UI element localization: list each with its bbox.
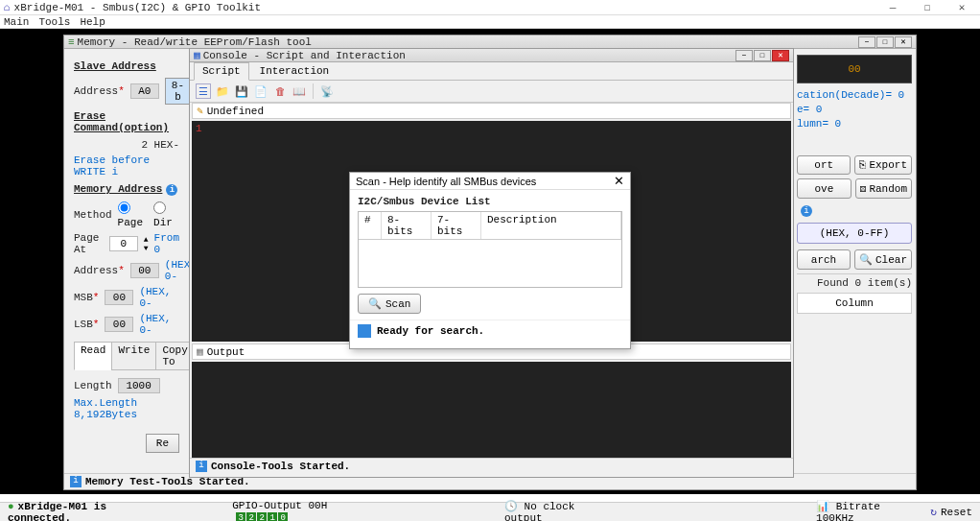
hex2-label: 2 HEX- (141, 139, 179, 151)
re-button[interactable]: Re (146, 434, 179, 453)
tool-save-icon[interactable]: 💾 (234, 83, 249, 99)
app-icon: ⌂ (4, 2, 11, 13)
app-title: xBridge-M01 - Smbus(I2C) & GPIO Toolkit (14, 2, 878, 13)
scan-subtitle: I2C/Smbus Device List (358, 196, 622, 207)
col-7bits[interactable]: 7-bits (432, 212, 481, 239)
lsb-label: LSB* (74, 319, 99, 330)
edit-icon: ✎ (197, 105, 203, 117)
tab-script[interactable]: Script (194, 62, 249, 81)
info-icon: i (196, 461, 207, 472)
gpio-bits[interactable]: 3 2 2 1 0 (236, 512, 288, 521)
length-input[interactable] (118, 378, 160, 393)
menu-help[interactable]: Help (80, 16, 105, 28)
reset-button[interactable]: ↻Reset (930, 506, 972, 518)
tool-cast-icon[interactable]: 📡 (319, 83, 335, 99)
clear-icon: 🔍 (859, 253, 873, 266)
col-num[interactable]: # (359, 212, 382, 239)
lumn-link[interactable]: lumn= 0 (797, 118, 912, 130)
menu-main[interactable]: Main (4, 16, 29, 28)
slave-address-header: Slave Address (74, 60, 179, 72)
menu-tools[interactable]: Tools (38, 16, 70, 28)
cation-link[interactable]: cation(Decade)= 0 (797, 89, 912, 101)
method-label: Method (74, 209, 112, 221)
clock-icon: 🕓 (504, 501, 518, 512)
scan-device-table: # 8-bits 7-bits Description (358, 211, 622, 288)
msb-label: MSB* (74, 292, 99, 303)
random-icon: ⚄ (860, 182, 867, 195)
msb-hex-hint: (HEX, 0- (139, 286, 179, 309)
scan-status-icon (358, 324, 371, 338)
export-button[interactable]: ⎘Export (854, 155, 912, 175)
con-maximize-button[interactable]: ☐ (754, 50, 771, 61)
info-icon: i (70, 476, 82, 487)
console-window-title: Console - Script and Interaction (203, 50, 735, 61)
erase-before-write-link[interactable]: Erase before WRITE i (74, 154, 179, 178)
addr2-input[interactable] (130, 263, 159, 278)
ort-button[interactable]: ort (797, 155, 851, 175)
erase-command-header: Erase Command(option) (74, 110, 179, 133)
export-icon: ⎘ (859, 159, 866, 171)
arch-button[interactable]: arch (797, 249, 851, 270)
col-8bits[interactable]: 8-bits (382, 212, 432, 239)
bitrate-icon: 📊 (816, 501, 829, 512)
maximize-button[interactable]: ☐ (913, 2, 942, 13)
random-button[interactable]: ⚄Random (855, 178, 912, 199)
hex-range-display: (HEX, 0-FF) (797, 223, 912, 244)
slave-address-input[interactable] (130, 83, 159, 99)
addr-mode-button[interactable]: 8-b (165, 78, 191, 105)
address-label: Address* (74, 85, 125, 97)
memory-address-header: Memory Addressi (74, 183, 179, 196)
console-icon: ▦ (194, 49, 200, 61)
scan-close-button[interactable]: ✕ (614, 174, 624, 188)
mem-maximize-button[interactable]: ☐ (876, 36, 894, 48)
minimize-button[interactable]: — (878, 2, 907, 13)
scan-dialog: Scan - Help identify all SMBus devices ✕… (349, 172, 631, 349)
method-dir-radio[interactable]: Dir (153, 201, 179, 228)
tool-copy-icon[interactable]: 📄 (253, 83, 268, 99)
length-label: Length (74, 380, 112, 391)
ove-button[interactable]: ove (797, 178, 852, 199)
console-status-text: Console-Tools Started. (211, 461, 350, 472)
addr2-label: Address* (74, 265, 125, 276)
tool-list-icon[interactable]: ☰ (196, 83, 211, 99)
info-icon[interactable]: i (166, 184, 177, 196)
col-description[interactable]: Description (481, 212, 621, 239)
tab-write[interactable]: Write (111, 342, 156, 370)
output-pane (192, 362, 791, 458)
scan-button[interactable]: 🔍 Scan (358, 294, 421, 314)
hex-display: 00 (797, 55, 912, 83)
column-header[interactable]: Column (797, 293, 912, 314)
gpio-label: GPIO-Output 00H (232, 500, 327, 511)
app-statusbar: ●xBridge-M01 is connected. GPIO-Output 0… (0, 502, 980, 521)
max-length-hint: Max.Length 8,192Bytes (74, 397, 179, 420)
clear-button[interactable]: 🔍Clear (854, 249, 912, 270)
e0-link[interactable]: e= 0 (797, 104, 912, 115)
menubar: Main Tools Help (0, 15, 980, 29)
tool-delete-icon[interactable]: 🗑 (272, 83, 288, 99)
page-at-input[interactable] (109, 236, 138, 251)
con-close-button[interactable]: ✕ (772, 50, 789, 61)
connected-icon: ● (8, 501, 14, 512)
page-spinner[interactable]: ▲▼ (144, 235, 149, 252)
method-page-radio[interactable]: Page (118, 201, 148, 228)
app-titlebar: ⌂ xBridge-M01 - Smbus(I2C) & GPIO Toolki… (0, 0, 980, 15)
from0-link[interactable]: From 0 (154, 232, 179, 255)
lsb-input[interactable] (105, 317, 133, 332)
output-icon: ▦ (197, 345, 203, 358)
msb-input[interactable] (105, 290, 133, 305)
memory-icon: ≡ (68, 36, 75, 48)
tool-book-icon[interactable]: 📖 (292, 83, 307, 99)
lsb-hex-hint: (HEX, 0- (139, 313, 179, 336)
tool-open-icon[interactable]: 📁 (215, 83, 230, 99)
tab-read[interactable]: Read (74, 342, 112, 370)
con-minimize-button[interactable]: – (735, 50, 753, 61)
tab-interaction[interactable]: Interaction (251, 62, 338, 80)
output-label: Output (207, 346, 245, 358)
line-number: 1 (196, 123, 202, 134)
memory-window-title: Memory - Read/write EEProm/Flash tool (78, 36, 858, 48)
info-icon[interactable]: i (801, 205, 812, 217)
close-button[interactable]: ✕ (947, 2, 976, 13)
search-icon: 🔍 (368, 297, 382, 310)
mem-close-button[interactable]: ✕ (895, 36, 912, 48)
mem-minimize-button[interactable]: – (858, 36, 875, 48)
